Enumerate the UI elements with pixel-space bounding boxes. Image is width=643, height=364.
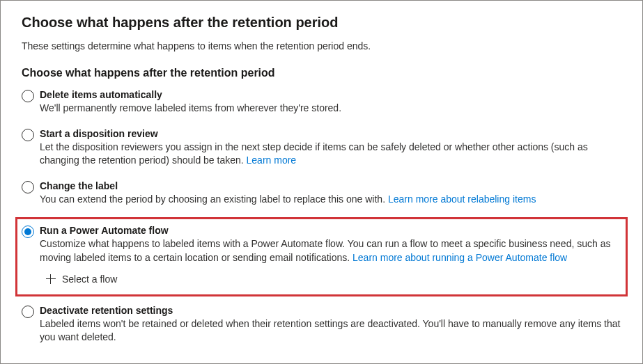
option-power-automate-title: Run a Power Automate flow bbox=[40, 225, 621, 236]
radio-delete[interactable] bbox=[22, 90, 34, 102]
page-subtitle: These settings determine what happens to… bbox=[22, 40, 621, 52]
radio-power-automate[interactable] bbox=[22, 225, 34, 238]
select-flow-button[interactable]: Select a flow bbox=[45, 274, 117, 285]
option-delete: Delete items automatically We'll permane… bbox=[22, 88, 621, 117]
radio-change-label[interactable] bbox=[22, 181, 34, 193]
page-title: Choose what happens after the retention … bbox=[22, 15, 621, 31]
option-disposition-desc-text: Let the disposition reviewers you assign… bbox=[40, 141, 588, 166]
option-change-label-desc-text: You can extend the period by choosing an… bbox=[40, 193, 388, 205]
option-change-label-title: Change the label bbox=[40, 180, 621, 191]
option-disposition-title: Start a disposition review bbox=[40, 128, 621, 139]
option-power-automate-desc: Customize what happens to labeled items … bbox=[40, 237, 621, 264]
option-delete-title: Delete items automatically bbox=[40, 89, 621, 100]
option-delete-desc: We'll permanently remove labeled items f… bbox=[40, 102, 621, 116]
option-change-label: Change the label You can extend the peri… bbox=[22, 179, 621, 208]
option-power-automate: Run a Power Automate flow Customize what… bbox=[15, 217, 628, 296]
radio-deactivate[interactable] bbox=[22, 306, 34, 318]
option-disposition: Start a disposition review Let the dispo… bbox=[22, 127, 621, 169]
option-deactivate: Deactivate retention settings Labeled it… bbox=[22, 303, 621, 346]
learn-more-relabel-link[interactable]: Learn more about relabeling items bbox=[388, 193, 536, 205]
option-disposition-desc: Let the disposition reviewers you assign… bbox=[40, 141, 621, 168]
learn-more-disposition-link[interactable]: Learn more bbox=[247, 155, 297, 166]
option-deactivate-title: Deactivate retention settings bbox=[40, 305, 621, 316]
option-deactivate-desc: Labeled items won't be retained or delet… bbox=[40, 317, 621, 345]
section-heading: Choose what happens after the retention … bbox=[22, 67, 621, 79]
radio-disposition[interactable] bbox=[22, 129, 34, 141]
plus-icon bbox=[45, 274, 56, 285]
learn-more-power-automate-link[interactable]: Learn more about running a Power Automat… bbox=[353, 252, 567, 263]
option-change-label-desc: You can extend the period by choosing an… bbox=[40, 193, 621, 207]
select-flow-label: Select a flow bbox=[62, 274, 117, 285]
